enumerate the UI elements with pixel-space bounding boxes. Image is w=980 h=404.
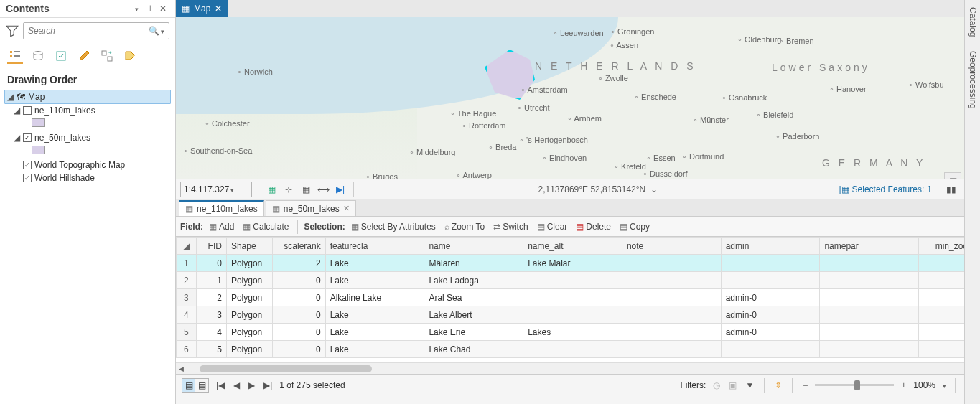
show-all-records-icon[interactable]: ▤ xyxy=(182,379,195,392)
layer-item[interactable]: World Topographic Map xyxy=(4,159,171,172)
table-cell[interactable]: 2 xyxy=(272,255,325,272)
table-cell[interactable] xyxy=(820,272,919,289)
attribute-tab[interactable]: ▦ne_110m_lakes xyxy=(179,200,264,216)
table-cell[interactable] xyxy=(622,255,721,272)
row-header[interactable]: 6 xyxy=(177,341,197,358)
column-header[interactable]: Shape xyxy=(226,238,272,255)
column-header[interactable]: name xyxy=(424,238,523,255)
horizontal-scrollbar[interactable]: ◀ ▶ xyxy=(176,362,980,374)
table-cell[interactable]: Lake xyxy=(325,341,424,358)
zoom-slider[interactable] xyxy=(815,384,894,386)
table-cell[interactable] xyxy=(523,341,622,358)
table-cell[interactable] xyxy=(622,324,721,341)
table-cell[interactable]: Polygon xyxy=(226,289,272,306)
catalog-tab[interactable]: Catalog xyxy=(968,7,978,37)
table-cell[interactable] xyxy=(523,272,622,289)
column-header[interactable]: FID xyxy=(196,238,226,255)
column-header[interactable]: note xyxy=(622,238,721,255)
row-header[interactable]: 4 xyxy=(177,306,197,324)
row-header[interactable]: 2 xyxy=(177,272,197,289)
correction-icon[interactable]: ▶| xyxy=(333,182,347,197)
table-row[interactable]: 43Polygon0LakeLake Albertadmin-01 xyxy=(177,306,980,324)
table-cell[interactable]: Lake xyxy=(325,324,424,341)
table-cell[interactable]: 3 xyxy=(196,306,226,324)
table-cell[interactable]: 0 xyxy=(272,341,325,358)
add-field-button[interactable]: ▦Add xyxy=(206,220,237,233)
geoprocessing-tab[interactable]: Geoprocessing xyxy=(968,51,978,109)
search-icon[interactable]: 🔍 xyxy=(149,26,159,36)
clear-selection-button[interactable]: ▤Clear xyxy=(534,220,571,233)
map-frame-item[interactable]: ◢ 🗺 Map xyxy=(4,90,171,104)
table-cell[interactable]: Polygon xyxy=(226,272,272,289)
table-cell[interactable]: 0 xyxy=(272,272,325,289)
table-cell[interactable]: Lake Malar xyxy=(523,255,622,272)
grid-icon[interactable]: ▦ xyxy=(299,182,313,197)
table-cell[interactable] xyxy=(721,255,820,272)
map-tab[interactable]: ▦ Map ✕ xyxy=(176,0,228,17)
row-header[interactable]: 3 xyxy=(177,289,197,306)
table-cell[interactable] xyxy=(523,306,622,324)
table-cell[interactable]: Alkaline Lake xyxy=(325,289,424,306)
next-record-icon[interactable]: ▶ xyxy=(247,380,256,390)
pause-drawing-icon[interactable]: ▮▮ xyxy=(944,182,958,197)
select-by-attributes-button[interactable]: ▦Select By Attributes xyxy=(348,220,439,233)
selected-features-indicator[interactable]: |▦ Selected Features: 1 xyxy=(839,184,932,194)
column-header[interactable]: namepar xyxy=(820,238,919,255)
close-tab-icon[interactable]: ✕ xyxy=(215,4,222,14)
zoom-out-icon[interactable]: − xyxy=(801,380,809,390)
table-cell[interactable]: 4 xyxy=(196,324,226,341)
row-header[interactable]: 5 xyxy=(177,324,197,341)
table-row[interactable]: 10Polygon2LakeMälarenLake Malar2 xyxy=(177,255,980,272)
hscroll-thumb[interactable] xyxy=(200,365,372,372)
table-cell[interactable]: Lake Albert xyxy=(424,306,523,324)
table-cell[interactable]: Lakes xyxy=(523,324,622,341)
layer-visibility-checkbox[interactable] xyxy=(23,106,32,115)
table-cell[interactable]: admin-0 xyxy=(721,306,820,324)
expander-icon[interactable]: ◢ xyxy=(6,92,14,102)
layer-visibility-checkbox[interactable] xyxy=(23,161,32,169)
search-dropdown-icon[interactable] xyxy=(159,26,164,36)
table-cell[interactable]: Aral Sea xyxy=(424,289,523,306)
filter-time-icon[interactable]: ◷ xyxy=(711,380,722,390)
list-by-editing-icon[interactable] xyxy=(76,48,92,64)
layer-symbol-swatch[interactable] xyxy=(32,146,45,154)
close-tab-icon[interactable]: ✕ xyxy=(343,204,350,213)
row-header[interactable]: 1 xyxy=(177,255,197,272)
list-by-drawing-order-icon[interactable] xyxy=(7,48,23,64)
autohide-pin-icon[interactable]: ⊥ xyxy=(146,4,157,14)
column-header[interactable]: name_alt xyxy=(523,238,622,255)
table-cell[interactable] xyxy=(523,289,622,306)
table-cell[interactable]: 1 xyxy=(196,272,226,289)
first-record-icon[interactable]: |◀ xyxy=(215,380,226,390)
table-cell[interactable] xyxy=(820,341,919,358)
layer-item[interactable]: World Hillshade xyxy=(4,172,171,184)
table-row[interactable]: 32Polygon0Alkaline LakeAral Seaadmin-01 xyxy=(177,289,980,306)
layer-visibility-checkbox[interactable] xyxy=(23,174,32,182)
close-panel-icon[interactable]: ✕ xyxy=(159,4,169,14)
zoom-dropdown-icon[interactable] xyxy=(941,380,946,390)
table-cell[interactable]: 0 xyxy=(272,306,325,324)
snap-grid-icon[interactable]: ▦ xyxy=(264,182,279,197)
table-cell[interactable]: Lake xyxy=(325,255,424,272)
layer-item[interactable]: ◢ ne_50m_lakes xyxy=(4,131,171,144)
layer-item[interactable]: ◢ ne_110m_lakes xyxy=(4,104,171,117)
table-cell[interactable]: Polygon xyxy=(226,255,272,272)
show-selected-records-icon[interactable]: ▤ xyxy=(195,379,208,392)
attribute-tab[interactable]: ▦ne_50m_lakes✕ xyxy=(266,200,356,216)
table-cell[interactable]: 2 xyxy=(196,289,226,306)
table-cell[interactable]: 5 xyxy=(196,341,226,358)
table-cell[interactable]: admin-0 xyxy=(721,324,820,341)
expander-icon[interactable]: ◢ xyxy=(13,133,20,143)
corner-cell[interactable]: ◢ xyxy=(177,238,197,255)
scale-dropdown-icon[interactable] xyxy=(229,184,248,194)
table-cell[interactable]: 0 xyxy=(272,324,325,341)
table-cell[interactable] xyxy=(622,306,721,324)
last-record-icon[interactable]: ▶| xyxy=(262,380,274,390)
list-by-snapping-icon[interactable]: + xyxy=(99,48,115,64)
layer-symbol-swatch[interactable] xyxy=(32,118,45,127)
layer-visibility-checkbox[interactable] xyxy=(23,133,32,142)
map-view[interactable]: LeeuwardenGroningenAssenZwolleEnschedeAr… xyxy=(176,17,980,179)
zoom-in-icon[interactable]: + xyxy=(900,380,907,390)
table-cell[interactable] xyxy=(820,306,919,324)
column-header[interactable]: featurecla xyxy=(325,238,424,255)
